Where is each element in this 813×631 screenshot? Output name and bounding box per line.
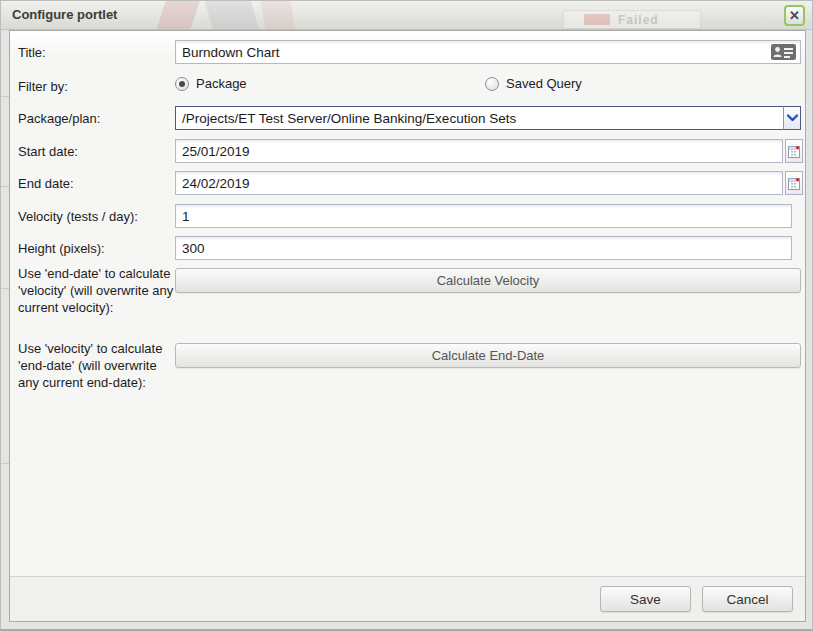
background-failed-widget-ghost: Failed <box>563 10 701 29</box>
cancel-button[interactable]: Cancel <box>702 586 793 612</box>
chevron-down-icon <box>787 114 798 122</box>
calendar-icon <box>788 177 800 190</box>
package-plan-label: Package/plan: <box>18 110 176 127</box>
calendar-icon <box>788 145 800 158</box>
close-icon: ✕ <box>789 9 800 22</box>
calculate-end-date-button[interactable]: Calculate End-Date <box>175 343 801 368</box>
radio-selected-icon <box>175 77 189 91</box>
end-date-field-wrap <box>175 171 803 195</box>
close-button[interactable]: ✕ <box>784 5 805 26</box>
dialog-footer: Save Cancel <box>10 576 805 621</box>
title-label: Title: <box>18 44 176 61</box>
radio-option-label: Saved Query <box>506 76 582 91</box>
dialog-body: Title: Filter by: Package Saved Query <box>9 30 806 622</box>
filter-by-radio-group: Package Saved Query <box>175 76 803 94</box>
velocity-input[interactable] <box>175 204 792 228</box>
package-plan-combobox[interactable] <box>175 106 784 130</box>
height-label: Height (pixels): <box>18 240 176 257</box>
combobox-dropdown-trigger[interactable] <box>783 106 801 130</box>
height-field-wrap <box>175 236 792 260</box>
failed-status-label: Failed <box>618 13 659 27</box>
window-titlebar: Failed Configure portlet ✕ <box>1 1 813 30</box>
background-logo-stripe <box>260 1 295 30</box>
start-date-input[interactable] <box>175 139 783 163</box>
end-date-label: End date: <box>18 175 176 192</box>
start-date-label: Start date: <box>18 143 176 160</box>
end-date-input[interactable] <box>175 171 783 195</box>
title-field-wrap <box>175 40 801 64</box>
velocity-label: Velocity (tests / day): <box>18 208 176 225</box>
background-logo-stripe <box>156 1 199 30</box>
start-date-field-wrap <box>175 139 803 163</box>
radio-option-saved-query[interactable]: Saved Query <box>485 76 582 91</box>
calc-end-date-label: Use 'velocity' to calculate 'end-date' (… <box>18 340 176 391</box>
velocity-field-wrap <box>175 204 792 228</box>
end-date-picker-button[interactable] <box>785 171 803 195</box>
radio-option-label: Package <box>196 76 247 91</box>
window-title: Configure portlet <box>12 7 117 22</box>
save-button[interactable]: Save <box>600 586 691 612</box>
radio-option-package[interactable]: Package <box>175 76 247 91</box>
calculate-velocity-button[interactable]: Calculate Velocity <box>175 268 801 293</box>
filter-by-label: Filter by: <box>18 78 176 95</box>
background-logo-stripe <box>205 1 259 30</box>
radio-unselected-icon <box>485 77 499 91</box>
calc-velocity-label: Use 'end-date' to calculate 'velocity' (… <box>18 265 176 316</box>
package-plan-field-wrap <box>175 106 801 130</box>
failed-status-swatch <box>584 14 610 25</box>
configure-portlet-window: Failed Configure portlet ✕ Title: Filter… <box>0 0 813 631</box>
title-input[interactable] <box>175 40 801 64</box>
contact-card-icon[interactable] <box>771 44 796 60</box>
start-date-picker-button[interactable] <box>785 139 803 163</box>
height-input[interactable] <box>175 236 792 260</box>
